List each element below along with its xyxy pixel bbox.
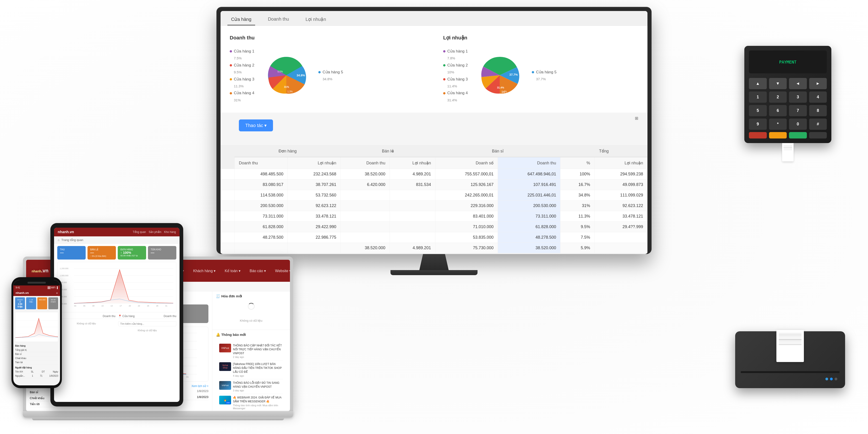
thao-tac-button[interactable]: Thao tác ▾ — [239, 119, 273, 132]
table-row: 83.080.917 38.707.261 6.420.000 831.534 … — [221, 179, 647, 190]
svg-text:17: 17 — [120, 305, 122, 307]
legend-item-4: Cửa hàng 4 — [230, 89, 254, 97]
news-thumb-1: VNPost — [219, 344, 231, 352]
phone-stat-1: Doanh số 2.00 triệu — [15, 297, 25, 309]
phone-bottom: Bán hàng Tổng giá trị Bán sỉ Chiết khấu — [13, 343, 60, 379]
news-time-1: 2 day ago — [233, 355, 283, 358]
receipt-printer — [735, 331, 845, 388]
news-item-1: VNPost THÔNG BÁO CẬP NHẬT ĐỐI TÁC KẾT NỐ… — [219, 342, 283, 360]
pos-btn-yellow[interactable] — [769, 132, 787, 139]
nav-khach-hang[interactable]: Khách hàng ▾ — [191, 267, 218, 274]
col-percent: % — [560, 157, 594, 169]
nav-website[interactable]: Website ▾ — [273, 267, 290, 274]
phone-row-4: Tiền lời — [15, 360, 58, 365]
search-store-input[interactable] — [118, 321, 176, 326]
tablet-line-chart: 1.200.000 1.000.000 800.000 600.000 400.… — [59, 264, 174, 310]
pos-btn-2[interactable]: 2 — [769, 91, 787, 103]
svg-text:1.200.000: 1.200.000 — [60, 267, 68, 270]
hoa-don-section: 🧾 Hóa đơn mới Không có dữ liệu — [212, 291, 290, 330]
phone-header-icon: ≡ — [56, 292, 58, 294]
phone: 9:41 ▐▐ WiFi ▐ nhanh.vn ≡ Doanh số 2.00 … — [11, 277, 62, 388]
tablet-nav-3[interactable]: Kho hàng — [164, 230, 176, 234]
news-time-4: Thông báo tính năng mới: Mua sắm trên Me… — [233, 404, 283, 410]
tablet-bottom: SL Doanh thu Không có dữ liệu 📍 Cửa hàng… — [54, 312, 180, 336]
phone-stat-3: 400.000 — [37, 297, 47, 309]
pos-btn-3[interactable]: 3 — [789, 91, 807, 103]
svg-text:31: 31 — [165, 305, 167, 307]
monitor-base — [391, 270, 477, 275]
svg-text:31%: 31% — [284, 86, 289, 88]
svg-text:23: 23 — [138, 305, 140, 307]
col-group-tong: Tổng — [560, 145, 647, 157]
pos-btn-up[interactable]: ▲ — [749, 78, 767, 89]
svg-text:13: 13 — [111, 305, 113, 307]
pos-btn-down[interactable]: ▼ — [769, 78, 787, 89]
tablet-nav-1[interactable]: Tổng quan — [133, 230, 146, 234]
tablet-stats-row: THU — BÁN LẺ — ↑ 5% (0 hóa đơn) ĐƠN HÀNG… — [54, 244, 180, 262]
pos-buttons: ▲ ▼ ◄ ► 1 2 3 4 5 6 7 8 9 * 0 # — [749, 78, 827, 139]
printer-light-blue — [826, 378, 828, 380]
pos-btn-extra[interactable] — [809, 132, 827, 139]
tablet-nav-2[interactable]: Sản phẩm — [149, 230, 161, 234]
pos-btn-green[interactable] — [789, 132, 807, 139]
app-right-panel: 🧾 Hóa đơn mới Không có dữ liệu 🔔 Thông b… — [212, 291, 290, 411]
pos-btn-4[interactable]: 4 — [809, 91, 827, 103]
pos-btn-0[interactable]: 0 — [789, 118, 807, 130]
action-section: Thao tác ▾ ⊞ — [221, 113, 647, 145]
pos-btn-5[interactable]: 5 — [749, 105, 767, 116]
news-title-2: [Talkshow FREE] 10ÍN LƯỢT BÁN HÀNG ĐẦU T… — [233, 362, 283, 374]
tablet: nhanh.vn Tổng quan Sản phẩm Kho hàng ⌂ T… — [51, 223, 183, 406]
pos-body: PAYMENT ▲ ▼ ◄ ► 1 2 3 4 5 6 7 8 9 * 0 # — [744, 46, 831, 143]
nav-bao-cao[interactable]: Báo cáo ▾ — [247, 267, 268, 274]
news-title-3: THÔNG BÁO LỖI ĐẦY ĐỦ TIN SANG HÀNG VẬN C… — [233, 381, 283, 389]
loi-nhuan-legend-right: Cửa hàng 5 37.7% — [532, 68, 556, 83]
phone-time: 9:41 — [16, 286, 20, 289]
phone-header: nhanh.vn ≡ — [13, 290, 60, 296]
tab-loi-nhuan[interactable]: Lợi nhuận — [302, 14, 330, 25]
pos-btn-1[interactable]: 1 — [749, 91, 767, 103]
tablet-stat-ban-le: BÁN LẺ — ↑ 5% (0 hóa đơn) — [88, 246, 116, 260]
laptop-bottom — [32, 417, 284, 420]
doanh-thu-title: Doanh thu — [230, 35, 425, 41]
col-group-ban-si: Bán sỉ — [435, 145, 560, 157]
phone-stat-2: 1.19 triệu — [26, 297, 36, 309]
pos-btn-7[interactable]: 7 — [789, 105, 807, 116]
news-content-4: 🔥 WEBINAR 2024: GIẢI ĐÁP VỀ MUA SẮM TRÊN… — [233, 396, 283, 410]
svg-text:34.8%: 34.8% — [297, 74, 305, 77]
phone-frame: 9:41 ▐▐ WiFi ▐ nhanh.vn ≡ Doanh số 2.00 … — [11, 277, 62, 388]
tab-doanh-thu[interactable]: Doanh thu — [264, 14, 293, 25]
news-content-1: THÔNG BÁO CẬP NHẬT ĐỐI TÁC KẾT NỐI TRỰC … — [233, 344, 283, 358]
pos-btn-6[interactable]: 6 — [769, 105, 787, 116]
pos-btn-hash[interactable]: # — [809, 118, 827, 130]
svg-text:10: 10 — [101, 305, 104, 307]
pos-btn-9[interactable]: 9 — [749, 118, 767, 130]
table-row: 498.485.500 232.243.568 38.520.000 4.989… — [221, 169, 647, 179]
phone-row-1: Tổng giá trị — [15, 348, 58, 352]
svg-text:31: 31 — [186, 376, 189, 378]
table-row: 61.828.000 29.422.990 71.010.000 61.828.… — [221, 222, 647, 232]
phone-row-3: Chiết khấu — [15, 356, 58, 360]
tablet-sub-text: Trang tổng quan — [61, 238, 83, 242]
pos-btn-star[interactable]: * — [769, 118, 787, 130]
table-row: 73.311.000 33.478.121 83.401.000 73.311.… — [221, 211, 647, 222]
phone-section-title: Bán hàng — [15, 345, 58, 347]
tablet-home-icon: ⌂ — [58, 238, 60, 242]
phone-status-bar: 9:41 ▐▐ WiFi ▐ — [13, 285, 60, 290]
col-doanh-thu-3: Doanh thu — [498, 157, 560, 169]
news-item-2: TikTok Shop [Talkshow FREE] 10ÍN LƯỢT BÁ… — [219, 360, 283, 379]
pos-screen: PAYMENT — [749, 51, 827, 74]
svg-text:26: 26 — [147, 305, 149, 307]
svg-text:37.7%: 37.7% — [509, 73, 518, 76]
col-group-ban-le: Bán lẻ — [341, 145, 435, 157]
pos-btn-8[interactable]: 8 — [809, 105, 827, 116]
doanh-thu-legend-left: Cửa hàng 1 7.5% Cửa hàng 2 9.5% — [230, 48, 254, 104]
data-table: Đơn hàng Bán lẻ Bán sỉ Tổng Doanh thu Lợ… — [221, 145, 647, 253]
tab-cua-hang[interactable]: Cửa hàng — [227, 14, 255, 25]
loi-nhuan-section: Lợi nhuận Cửa hàng 1 7.8% Cửa h — [443, 35, 638, 104]
nav-ke-toan[interactable]: Kế toán ▾ — [222, 267, 243, 274]
pos-btn-left[interactable]: ◄ — [789, 78, 807, 89]
tablet-logo: nhanh.vn — [58, 230, 74, 234]
pos-btn-right[interactable]: ► — [809, 78, 827, 89]
pos-btn-red[interactable] — [749, 132, 767, 139]
svg-text:06: 06 — [83, 305, 86, 307]
